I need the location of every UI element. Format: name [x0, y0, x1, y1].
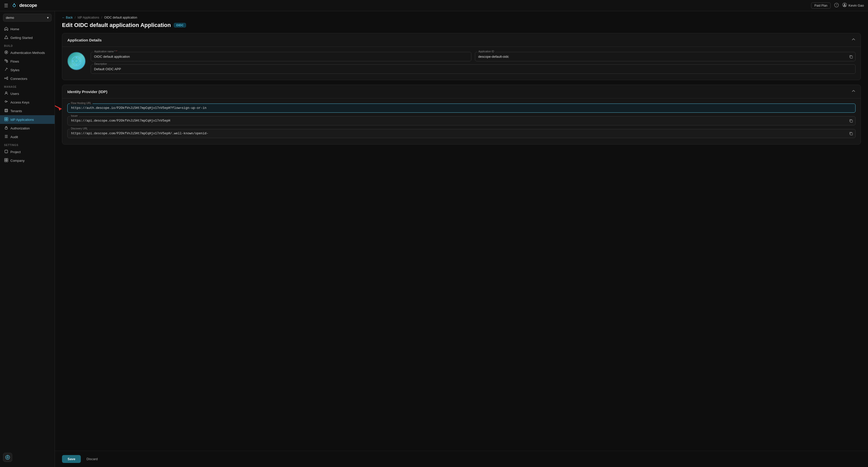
sidebar-item-getting-started-label: Getting Started [10, 36, 33, 40]
discovery-url-field: Discovery URL [67, 129, 856, 138]
project-icon [4, 150, 8, 154]
flow-hosting-url-input-group [67, 104, 856, 113]
svg-rect-18 [5, 118, 6, 119]
svg-point-29 [7, 457, 8, 458]
sidebar-item-home[interactable]: Home [0, 25, 55, 33]
description-label: Description [93, 63, 108, 65]
svg-marker-7 [5, 36, 8, 39]
idp-header[interactable]: Identity Provider (IDP) [62, 85, 861, 98]
copy-issuer-button[interactable] [847, 117, 855, 125]
sidebar-item-users[interactable]: Users [0, 89, 55, 98]
discovery-url-input-group [67, 129, 856, 138]
svg-point-33 [76, 57, 77, 58]
application-id-label: Application ID [477, 50, 495, 53]
sidebar-item-idp-applications-label: IdP Applications [10, 118, 34, 122]
page-title: Edit OIDC default application Applicatio… [62, 22, 171, 28]
sidebar-item-audit[interactable]: Audit [0, 133, 55, 141]
description-input[interactable] [91, 64, 856, 74]
discovery-url-input[interactable] [68, 129, 847, 138]
issuer-label: Issuer [70, 114, 79, 117]
copy-app-id-button[interactable] [847, 53, 855, 61]
sidebar-item-company[interactable]: Company [0, 156, 55, 165]
sidebar-item-project[interactable]: Project [0, 148, 55, 156]
svg-rect-27 [6, 160, 8, 162]
sidebar-item-access-keys[interactable]: Access Keys [0, 98, 55, 107]
idp-title: Identity Provider (IDP) [67, 90, 107, 94]
topbar: ☰ descope Paid Plan ? [0, 0, 868, 11]
svg-rect-23 [5, 150, 8, 153]
breadcrumb-back-button[interactable]: ← Back [62, 16, 73, 19]
sidebar-item-tenants[interactable]: Tenants [0, 107, 55, 115]
application-name-label: Application name * [93, 50, 118, 53]
save-button[interactable]: Save [62, 455, 81, 463]
svg-rect-22 [5, 127, 7, 129]
breadcrumb-parent-link[interactable]: IdP Applications [78, 16, 99, 19]
tenants-icon [4, 109, 8, 113]
sidebar-item-styles[interactable]: Styles [0, 66, 55, 74]
svg-rect-40 [850, 133, 852, 135]
sidebar-item-authentication-methods[interactable]: Authentication Methods [0, 48, 55, 57]
issuer-input[interactable] [68, 116, 847, 125]
svg-point-32 [75, 59, 78, 63]
svg-rect-11 [6, 61, 8, 62]
application-id-input-group [475, 52, 856, 61]
svg-point-34 [76, 64, 77, 65]
sidebar-item-users-label: Users [10, 92, 19, 96]
help-icon[interactable]: ? [834, 3, 839, 8]
svg-point-35 [72, 60, 74, 62]
idp-applications-icon [4, 117, 8, 122]
sidebar-item-access-keys-label: Access Keys [10, 100, 29, 104]
sidebar-item-authorization-label: Authorization [10, 126, 30, 130]
svg-point-9 [6, 52, 7, 53]
tenant-selector[interactable]: demo ▾ [3, 14, 52, 22]
flow-hosting-url-field: Flow Hosting URL [67, 104, 856, 113]
name-id-row: Application name * Application ID [91, 52, 856, 61]
app-fields: Application name * Application ID [91, 52, 856, 74]
svg-rect-37 [850, 56, 852, 58]
user-name: Kevin Gao [848, 4, 864, 7]
home-icon [4, 27, 8, 31]
auth-methods-icon [4, 50, 8, 55]
menu-icon[interactable]: ☰ [4, 3, 8, 8]
breadcrumb-separator-2: / [101, 16, 102, 19]
application-name-input[interactable] [91, 52, 471, 61]
sidebar-item-authorization[interactable]: Authorization [0, 124, 55, 133]
svg-rect-20 [5, 119, 6, 121]
paid-plan-button[interactable]: Paid Plan [811, 3, 831, 9]
sidebar-item-connectors[interactable]: Connectors [0, 74, 55, 83]
tenant-name: demo [6, 16, 14, 20]
styles-icon [4, 68, 8, 72]
user-menu[interactable]: Kevin Gao [842, 3, 864, 8]
identity-provider-card: Identity Provider (IDP) Flow Hosting URL [62, 85, 861, 144]
svg-point-2 [14, 3, 15, 4]
sidebar-item-flows[interactable]: Flows [0, 57, 55, 66]
chat-button[interactable] [3, 453, 12, 462]
sidebar-item-project-label: Project [10, 150, 21, 154]
discard-button[interactable]: Discard [84, 455, 100, 463]
page-header: ← Back / IdP Applications / OIDC default… [55, 11, 868, 33]
access-keys-icon [4, 100, 8, 105]
breadcrumb-separator: / [75, 16, 75, 19]
getting-started-icon [4, 35, 8, 40]
copy-discovery-url-button[interactable] [847, 130, 855, 137]
oidc-badge: OIDC [174, 23, 186, 27]
application-details-header[interactable]: Application Details [62, 33, 861, 47]
tenant-chevron-icon: ▾ [47, 16, 49, 20]
sidebar-item-idp-applications[interactable]: IdP Applications [0, 115, 55, 124]
audit-icon [4, 135, 8, 139]
sidebar-item-flows-label: Flows [10, 60, 19, 63]
logo: descope [11, 2, 37, 9]
sidebar-item-auth-methods-label: Authentication Methods [10, 51, 45, 55]
idp-collapse-icon [851, 89, 856, 94]
sidebar-item-getting-started[interactable]: Getting Started [0, 33, 55, 42]
application-id-input[interactable] [475, 52, 847, 61]
svg-rect-25 [6, 158, 8, 160]
svg-point-30 [7, 455, 8, 456]
main-content: ← Back / IdP Applications / OIDC default… [55, 11, 868, 467]
connectors-icon [4, 76, 8, 81]
manage-section-label: Manage [0, 83, 55, 89]
flow-hosting-url-input[interactable] [68, 104, 855, 112]
build-section-label: Build [0, 42, 55, 48]
page-footer: Save Discard [55, 451, 868, 467]
logo-text: descope [19, 3, 37, 8]
